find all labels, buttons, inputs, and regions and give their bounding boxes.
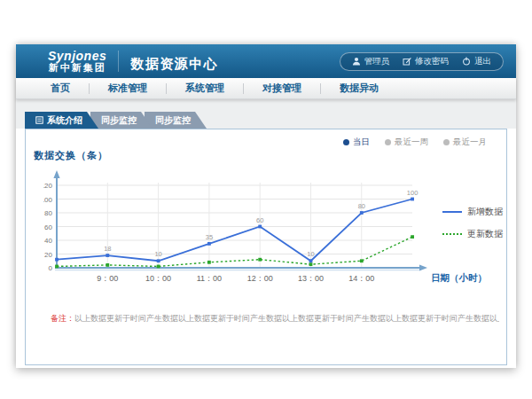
- svg-text:60: 60: [44, 223, 52, 231]
- filter-label: 最近一周: [395, 137, 428, 148]
- tab-label: 系统介绍: [47, 114, 82, 127]
- nav-item-home[interactable]: 首页: [32, 82, 89, 95]
- svg-text:11：00: 11：00: [197, 274, 222, 283]
- green-dotted-sample-icon: [442, 233, 462, 235]
- svg-text:日期（小时）: 日期（小时）: [431, 272, 487, 284]
- nav-item-system-mgmt[interactable]: 系统管理: [167, 82, 243, 95]
- radio-dot-icon: [343, 139, 349, 145]
- page: Synjones 新中新集团 数据资源中心 管理员 修改密码 退出: [0, 0, 532, 399]
- tab-sync-monitor-1[interactable]: 同步监控: [90, 112, 153, 129]
- footnote-prefix: 备注：: [51, 314, 74, 323]
- range-filter-group: 当日 最近一周 最近一月: [343, 137, 487, 148]
- footnote-text: 以上数据更新于时间产生数据以上数据更新于时间产生数据以上数据更新于时间产生数据以…: [74, 314, 499, 323]
- main-nav: 首页 标准管理 系统管理 对接管理 数据异动: [16, 78, 516, 99]
- svg-text:9：00: 9：00: [97, 274, 118, 283]
- svg-text:10：00: 10：00: [145, 274, 171, 283]
- y-axis-title: 数据交换（条）: [34, 149, 108, 162]
- app-window: Synjones 新中新集团 数据资源中心 管理员 修改密码 退出: [16, 44, 516, 368]
- page-title: 数据资源中心: [130, 51, 218, 73]
- svg-text:120: 120: [43, 182, 53, 190]
- nav-item-interface-mgmt[interactable]: 对接管理: [244, 82, 320, 95]
- svg-text:80: 80: [358, 202, 365, 210]
- brand-name: Synjones: [48, 50, 106, 63]
- legend-label: 新增数据: [467, 206, 503, 218]
- svg-text:100: 100: [407, 189, 419, 197]
- content-panel: 当日 最近一周 最近一月 数据交换（条） 0204060801001209：00…: [25, 129, 507, 365]
- legend-item-new-data: 新增数据: [442, 206, 503, 218]
- logout-icon: [462, 57, 471, 66]
- tab-label: 同步监控: [155, 114, 191, 127]
- document-icon: [35, 116, 43, 124]
- svg-text:18: 18: [104, 245, 111, 253]
- svg-text:14：00: 14：00: [348, 274, 374, 283]
- tab-sync-monitor-2[interactable]: 同步监控: [145, 112, 207, 129]
- svg-text:100: 100: [43, 196, 53, 204]
- svg-text:35: 35: [206, 233, 213, 241]
- user-icon: [352, 57, 361, 66]
- svg-text:60: 60: [256, 216, 263, 224]
- brand-logo: Synjones 新中新集团: [48, 50, 106, 73]
- tab-system-intro[interactable]: 系统介绍: [25, 112, 98, 129]
- edit-icon: [403, 57, 411, 66]
- radio-dot-icon: [385, 139, 391, 145]
- legend-label: 更新数据: [467, 228, 503, 240]
- svg-text:13：00: 13：00: [298, 274, 324, 283]
- user-name: 管理员: [364, 56, 390, 67]
- svg-text:80: 80: [44, 209, 52, 217]
- filter-today[interactable]: 当日: [343, 137, 370, 148]
- tab-label: 同步监控: [101, 114, 137, 127]
- user-menu[interactable]: 管理员: [352, 56, 390, 67]
- logout-button[interactable]: 退出: [462, 56, 491, 67]
- line-chart: 0204060801001209：0010：0011：0012：0013：001…: [43, 168, 487, 301]
- footnote: 备注：以上数据更新于时间产生数据以上数据更新于时间产生数据以上数据更新于时间产生…: [51, 313, 499, 325]
- nav-item-data-change[interactable]: 数据异动: [321, 82, 397, 95]
- svg-text:0: 0: [49, 264, 53, 272]
- svg-text:12：00: 12：00: [247, 274, 273, 283]
- svg-text:40: 40: [44, 237, 52, 245]
- user-toolbar: 管理员 修改密码 退出: [340, 52, 505, 71]
- svg-text:10: 10: [307, 250, 314, 258]
- legend-item-updated-data: 更新数据: [442, 228, 503, 240]
- tab-band: 系统介绍 同步监控 同步监控: [16, 99, 516, 129]
- filter-last-month[interactable]: 最近一月: [443, 137, 487, 148]
- tab-bar: 系统介绍 同步监控 同步监控: [25, 112, 207, 129]
- filter-last-week[interactable]: 最近一周: [385, 137, 428, 148]
- brand-company: 新中新集团: [49, 63, 106, 74]
- radio-dot-icon: [443, 139, 450, 145]
- change-password-label: 修改密码: [415, 56, 449, 67]
- svg-text:20: 20: [44, 251, 52, 259]
- filter-label: 最近一月: [453, 137, 487, 148]
- blue-line-sample-icon: [442, 211, 462, 213]
- app-header: Synjones 新中新集团 数据资源中心 管理员 修改密码 退出: [16, 44, 516, 78]
- logout-label: 退出: [474, 56, 491, 67]
- filter-label: 当日: [353, 137, 370, 148]
- chart-legend: 新增数据 更新数据: [442, 206, 503, 240]
- change-password-button[interactable]: 修改密码: [403, 56, 449, 67]
- nav-item-standard-mgmt[interactable]: 标准管理: [90, 82, 166, 95]
- header-divider: [118, 51, 119, 72]
- svg-text:10: 10: [154, 250, 161, 258]
